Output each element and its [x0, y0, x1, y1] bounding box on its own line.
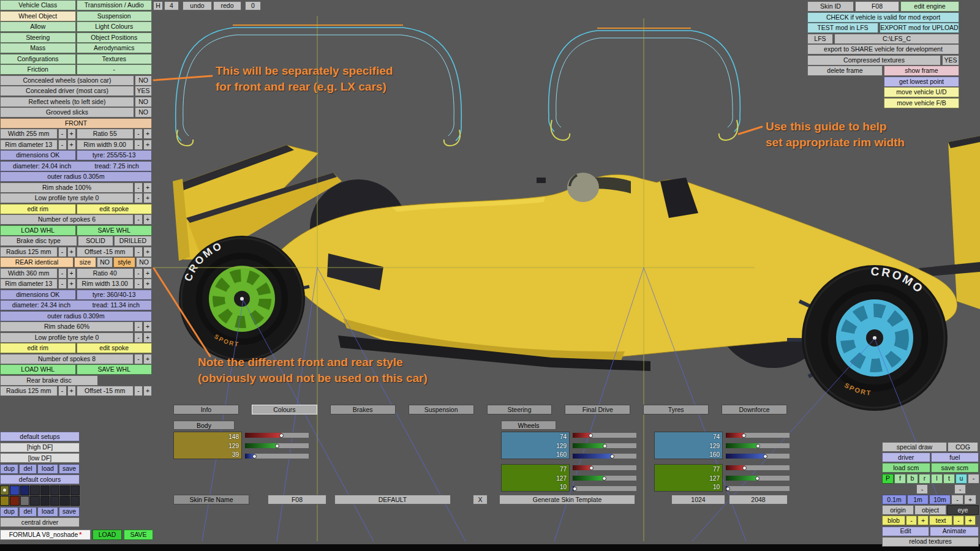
move-vehicle-ud-button[interactable]: move vehicle U/D — [884, 87, 959, 97]
view-r-button[interactable]: r — [919, 474, 930, 484]
view-dash-button[interactable]: - — [968, 474, 979, 484]
rear-rim-shade-value[interactable]: Rim shade 60% — [0, 321, 134, 332]
setup-dup-button[interactable]: dup — [0, 464, 18, 474]
vehicle-load-button[interactable]: LOAD — [92, 530, 122, 540]
rear-width-plus[interactable]: + — [67, 268, 76, 279]
brake-radius-plus[interactable]: + — [67, 247, 76, 257]
wheel-green-red-slider[interactable] — [725, 465, 790, 471]
fuel-button[interactable]: fuel — [931, 452, 979, 462]
rear-ratio-minus[interactable]: - — [134, 268, 143, 279]
rear-rim-diameter-minus[interactable]: - — [58, 279, 67, 289]
vehicle-save-button[interactable]: SAVE — [124, 530, 153, 540]
edit-mode-button[interactable]: Edit — [882, 527, 929, 536]
menu-vehicle-class[interactable]: Vehicle Class — [0, 0, 76, 10]
front-rim-diameter-value[interactable]: Rim diameter 13 — [0, 140, 58, 150]
palette-swatch[interactable] — [40, 485, 50, 495]
rear-low-profile-plus[interactable]: + — [143, 332, 152, 343]
load-scm-button[interactable]: load scm — [882, 463, 930, 473]
tab-downforce[interactable]: Downforce — [722, 405, 787, 414]
menu-steering[interactable]: Steering — [0, 32, 76, 43]
view-t-button[interactable]: t — [943, 474, 955, 484]
rear-ratio-value[interactable]: Ratio 40 — [77, 268, 134, 279]
toggle-concealed-driver[interactable]: Concealed driver (most cars) — [0, 86, 134, 96]
menu-configurations[interactable]: Configurations — [0, 54, 76, 64]
wheel-blue-red-slider[interactable] — [725, 432, 790, 438]
toggle-concealed-wheels-value[interactable]: NO — [135, 75, 152, 86]
front-rim-shade-minus[interactable]: - — [134, 182, 143, 193]
menu-transmission-audio[interactable]: Transmission / Audio — [77, 0, 153, 10]
wheel-blue-red-slider[interactable] — [572, 432, 637, 438]
palette-swatch[interactable] — [50, 496, 59, 506]
brake-solid-button[interactable]: SOLID — [78, 236, 113, 246]
grid-10m-button[interactable]: 10m — [929, 495, 951, 504]
setup-low-df-button[interactable]: [low DF] — [0, 453, 80, 463]
get-lowest-point-button[interactable]: get lowest point — [884, 77, 959, 87]
rear-rim-width-plus[interactable]: + — [143, 279, 152, 289]
front-edit-spoke-button[interactable]: edit spoke — [77, 204, 153, 214]
skin-res-2048-button[interactable]: 2048 — [729, 495, 788, 504]
rear-ratio-plus[interactable]: + — [143, 268, 152, 279]
front-rim-width-minus[interactable]: - — [134, 140, 143, 150]
grid-minus-button[interactable]: - — [951, 495, 963, 504]
check-vehicle-button[interactable]: CHECK if vehicle is valid for mod export — [807, 12, 959, 23]
move-vehicle-fb-button[interactable]: move vehicle F/B — [884, 98, 959, 108]
palette-swatch[interactable] — [10, 496, 19, 506]
text-plus-button[interactable]: + — [965, 515, 976, 525]
undo-button[interactable]: undo — [183, 1, 212, 10]
grid-01m-button[interactable]: 0.1m — [882, 495, 907, 504]
toggle-reflect-wheels-value[interactable]: NO — [135, 97, 152, 107]
front-rim-shade-plus[interactable]: + — [143, 182, 152, 193]
save-scm-button[interactable]: save scm — [931, 463, 979, 473]
wheel-blue-green-slider[interactable] — [725, 443, 790, 449]
vehicle-name-button[interactable]: FORMULA V8_noshade* — [0, 530, 91, 540]
palette-swatch[interactable] — [30, 485, 39, 495]
skin-default-button[interactable]: DEFAULT — [334, 495, 451, 504]
edit-engine-button[interactable]: edit engine — [900, 1, 959, 12]
grid-plus-button[interactable]: + — [964, 495, 976, 504]
palette-swatch[interactable] — [30, 496, 39, 506]
rear-width-value[interactable]: Width 360 mm — [0, 268, 58, 279]
front-low-profile-plus[interactable]: + — [143, 193, 152, 203]
brake-radius-value[interactable]: Radius 125 mm — [0, 247, 58, 257]
palette-swatch[interactable] — [0, 485, 9, 495]
front-spokes-value[interactable]: Number of spokes 6 — [0, 214, 134, 225]
front-rim-shade-value[interactable]: Rim shade 100% — [0, 182, 134, 193]
colour-load-button[interactable]: load — [37, 507, 58, 517]
front-ratio-minus[interactable]: - — [134, 129, 143, 139]
body-green-slider[interactable] — [244, 443, 309, 449]
central-driver-button[interactable]: central driver — [0, 517, 80, 527]
toggle-concealed-driver-value[interactable]: YES — [135, 86, 152, 96]
skin-res-1024-button[interactable]: 1024 — [671, 495, 725, 504]
rear-rim-diameter-value[interactable]: Rim diameter 13 — [0, 279, 58, 289]
rear-brake-offset-plus[interactable]: + — [143, 386, 152, 396]
front-low-profile-minus[interactable]: - — [134, 193, 143, 203]
dash-button-1[interactable]: - — [916, 484, 928, 494]
rear-rim-width-minus[interactable]: - — [134, 279, 143, 289]
front-spokes-plus[interactable]: + — [143, 214, 152, 225]
rear-rim-diameter-plus[interactable]: + — [67, 279, 76, 289]
blob-label[interactable]: blob — [882, 515, 905, 525]
rear-edit-spoke-button[interactable]: edit spoke — [77, 343, 153, 353]
text-label[interactable]: text — [929, 515, 952, 525]
setup-save-button[interactable]: save — [59, 464, 80, 474]
tab-steering[interactable]: Steering — [487, 405, 552, 414]
front-ratio-plus[interactable]: + — [143, 129, 152, 139]
tab-info[interactable]: Info — [173, 405, 239, 414]
view-l-button[interactable]: l — [931, 474, 943, 484]
wheel-green-green-slider[interactable] — [572, 475, 637, 481]
wheel-green-blue-slider[interactable] — [572, 485, 637, 492]
grid-1m-button[interactable]: 1m — [907, 495, 929, 504]
rear-rim-shade-plus[interactable]: + — [143, 321, 152, 332]
colour-save-button[interactable]: save — [59, 507, 80, 517]
setup-load-button[interactable]: load — [37, 464, 58, 474]
tab-tyres[interactable]: Tyres — [643, 405, 709, 414]
front-rim-diameter-plus[interactable]: + — [67, 140, 76, 150]
rear-load-whl-button[interactable]: LOAD WHL — [0, 364, 76, 375]
special-draw-button[interactable]: special draw — [882, 442, 947, 452]
skin-clear-button[interactable]: X — [473, 495, 488, 504]
rear-brake-offset-minus[interactable]: - — [134, 386, 143, 396]
toggle-concealed-wheels[interactable]: Concealed wheels (saloon car) — [0, 75, 134, 86]
rear-low-profile-value[interactable]: Low profile tyre style 0 — [0, 332, 134, 343]
toggle-grooved-slicks[interactable]: Grooved slicks — [0, 107, 134, 118]
view-u-button[interactable]: u — [956, 474, 967, 484]
